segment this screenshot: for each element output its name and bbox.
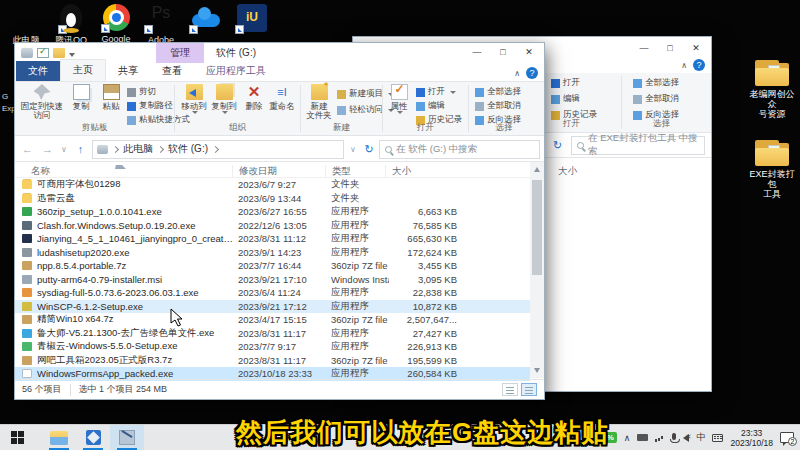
open-button[interactable]: 打开	[416, 86, 456, 98]
ribbon-collapse-icon[interactable]: ∧	[514, 69, 520, 78]
file-row[interactable]: 可商用字体包012982023/6/7 9:27文件夹	[15, 178, 530, 192]
close-button[interactable]: ✕	[683, 41, 709, 55]
scrollbar[interactable]	[530, 162, 544, 378]
column-header-name[interactable]: 名称	[25, 165, 50, 178]
ime-indicator[interactable]: 中	[696, 431, 705, 444]
archive-icon	[22, 356, 32, 365]
start-button[interactable]	[0, 425, 34, 450]
file-row[interactable]: 360zip_setup_1.0.0.1041.exe2023/6/27 16:…	[15, 205, 530, 219]
microphone-icon[interactable]	[672, 433, 676, 440]
chevron-down-icon[interactable]	[69, 53, 75, 57]
copy-to-button[interactable]: 复制到	[209, 84, 239, 114]
paste-button[interactable]: 粘贴	[97, 84, 125, 111]
file-row[interactable]: ludashisetup2020.exe2023/9/1 14:23应用程序17…	[15, 246, 530, 260]
list-view-toggle[interactable]	[502, 383, 518, 396]
new-folder-button[interactable]: 新建 文件夹	[303, 84, 335, 120]
tab-view[interactable]: 查看	[150, 61, 194, 81]
copy-path-button[interactable]: 复制路径	[127, 100, 173, 112]
speaker-muted-icon[interactable]	[683, 434, 689, 442]
desktop-icon-qq[interactable]: 腾讯QQ	[51, 4, 91, 45]
desktop-icon-photoshop[interactable]: PsAdobe	[141, 4, 181, 45]
column-header-date[interactable]: 修改日期	[232, 165, 277, 178]
maximize-button[interactable]: □	[657, 41, 683, 55]
taskbar-virtualbox[interactable]	[76, 425, 110, 450]
scrollbar-thumb[interactable]	[532, 180, 542, 275]
file-row[interactable]: npp.8.5.4.portable.7z2023/7/7 16:44360zi…	[15, 259, 530, 273]
back-icon[interactable]: ←	[19, 143, 36, 155]
select-all-button[interactable]: 全部选择	[475, 86, 521, 98]
move-to-button[interactable]: 移动到	[179, 84, 209, 114]
file-row[interactable]: sysdiag-full-5.0.73.6-2023.06.03.1.exe20…	[15, 286, 530, 300]
device-icon[interactable]	[637, 434, 648, 441]
desktop-icon-cloud[interactable]	[186, 4, 226, 35]
taskbar-file-explorer[interactable]	[42, 425, 76, 450]
cut-button[interactable]: 剪切	[127, 86, 156, 98]
column-header-size[interactable]: 大小	[385, 165, 411, 178]
file-row[interactable]: 迅雷云盘2023/6/9 13:44文件夹	[15, 192, 530, 206]
open-group-item-button[interactable]: 打开	[551, 77, 597, 89]
breadcrumb-this-pc[interactable]: 此电脑	[123, 142, 153, 156]
close-button[interactable]: ✕	[516, 45, 542, 59]
taskbar-clock[interactable]: 23:33 2023/10/18	[730, 428, 773, 448]
desktop-icon-chrome[interactable]: Google	[96, 4, 136, 44]
taskbar-packer-tool[interactable]	[110, 425, 144, 450]
open-group-item-button[interactable]: 编辑	[551, 93, 597, 105]
forward-icon[interactable]: →	[39, 143, 56, 155]
breadcrumb-drive-g[interactable]: 软件 (G:)	[168, 142, 208, 156]
tab-app-tools[interactable]: 应用程序工具	[194, 61, 278, 81]
file-row[interactable]: 鲁大师-V5.21.1300-去广告绿色单文件.exe2023/8/31 11:…	[15, 327, 530, 341]
help-icon[interactable]: ?	[693, 59, 705, 71]
select-group-item-icon	[633, 79, 642, 88]
ribbon-collapse-icon[interactable]: ∧	[681, 61, 687, 70]
recent-locations-icon[interactable]: ∨	[59, 145, 69, 154]
file-row[interactable]: Jianying_4_5_1_10461_jianyingpro_0_creat…	[15, 232, 530, 246]
breadcrumb[interactable]: 此电脑 软件 (G:)	[92, 140, 344, 159]
desktop-folder-icon[interactable]: 老编网创公众 号资源	[748, 60, 796, 119]
select-group-item-button[interactable]: 全部取消	[633, 93, 679, 105]
file-row[interactable]: 青椒云-Windows-5.5.0-Setup.exe2023/7/7 9:17…	[15, 340, 530, 354]
copy-button[interactable]: 复制	[67, 84, 95, 111]
maximize-button[interactable]: □	[490, 45, 516, 59]
hidden-icons-chevron[interactable]: ∧	[624, 433, 631, 443]
delete-button[interactable]: ✕ 删除	[241, 84, 267, 111]
column-header-type[interactable]: 类型	[325, 165, 351, 178]
minimize-button[interactable]: —	[464, 45, 490, 59]
notification-center-icon[interactable]: 2	[780, 432, 794, 443]
details-view-toggle[interactable]	[521, 383, 537, 396]
file-row[interactable]: WinSCP-6.1.2-Setup.exe2023/9/21 17:12应用程…	[15, 300, 530, 314]
search-input[interactable]: 在 软件 (G:) 中搜索	[379, 140, 540, 159]
network-icon[interactable]	[655, 434, 665, 442]
properties-quick-icon[interactable]	[37, 48, 49, 58]
size-column-header[interactable]: 大小	[558, 165, 577, 178]
pin-to-quick-access-button[interactable]: 固定到快速 访问	[19, 84, 65, 120]
select-group-item-button[interactable]: 全部选择	[633, 77, 679, 89]
scroll-up-icon[interactable]	[534, 167, 540, 172]
file-row[interactable]: putty-arm64-0.79-installer.msi2023/9/21 …	[15, 273, 530, 287]
up-icon[interactable]: ↑	[72, 143, 89, 155]
address-dropdown-icon[interactable]: ∨	[347, 145, 359, 154]
file-row[interactable]: 精简Win10 x64.7z2023/4/17 15:15360zip 7Z f…	[15, 313, 530, 327]
file-row[interactable]: Clash.for.Windows.Setup.0.19.20.exe2022/…	[15, 219, 530, 233]
desktop-folder-icon[interactable]: EXE封装打包 工具	[748, 140, 796, 199]
back-window-search-input[interactable]: 在 EXE封装打包工具 中搜索	[571, 136, 705, 155]
keyboard-icon[interactable]	[712, 434, 723, 442]
tab-share[interactable]: 共享	[106, 61, 150, 81]
tab-file[interactable]: 文件	[16, 61, 60, 81]
edit-button[interactable]: 编辑	[416, 100, 445, 112]
help-icon[interactable]: ?	[526, 67, 538, 79]
desktop-icon-iu[interactable]: iU	[232, 4, 272, 35]
rename-button[interactable]: ≡I 重命名	[267, 84, 297, 111]
minimize-button[interactable]: —	[631, 41, 657, 55]
explorer-window[interactable]: 管理 软件 (G:) — □ ✕ 文件 主页 共享 查看 应用程序工具 ∧ ? …	[14, 42, 545, 400]
select-none-button[interactable]: 全部取消	[475, 100, 521, 112]
scroll-down-icon[interactable]	[534, 368, 540, 373]
desktop-icon-this-pc[interactable]: 此电脑	[6, 4, 46, 45]
select-group-label: 选择	[653, 118, 670, 130]
file-row[interactable]: 网吧工具箱2023.05正式版R3.7z2023/8/31 11:17360zi…	[15, 354, 530, 368]
properties-button[interactable]: 属性	[385, 84, 413, 114]
refresh-icon[interactable]: ↻	[362, 143, 376, 156]
folder-quick-icon[interactable]	[53, 48, 65, 58]
tab-home[interactable]: 主页	[60, 59, 106, 81]
file-size: 3,095 KB	[367, 274, 457, 285]
refresh-icon[interactable]: ↻	[549, 139, 566, 152]
